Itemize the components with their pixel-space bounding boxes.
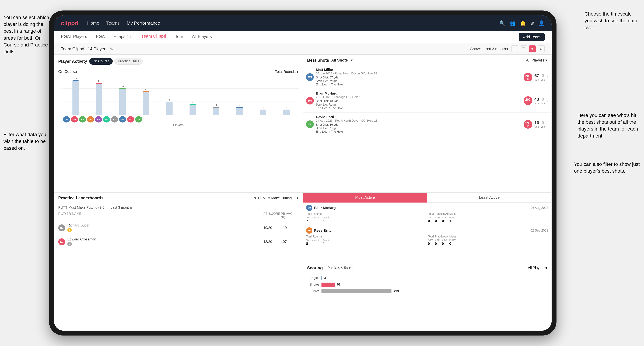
time-select[interactable]: Last 3 months xyxy=(484,47,508,51)
right-bottom-panel: Most Active Least Active BM Blair McHarg… xyxy=(303,192,552,331)
shot-badge-sub: SG xyxy=(526,102,530,104)
shot-player-info: David Ford 24 Aug 2023 · Royal North Dev… xyxy=(316,115,522,134)
rounds-label: Total Rounds xyxy=(306,212,426,215)
putt-label: PUTT xyxy=(449,239,456,242)
metric-label1: yds xyxy=(534,78,539,81)
col-pb-avg: PB AVG SQ xyxy=(281,212,298,219)
rank-badge: 2 xyxy=(68,242,72,246)
metric-val2: 0 xyxy=(542,120,544,125)
shots-dropdown[interactable]: ▾ xyxy=(351,58,352,63)
bar-top xyxy=(260,110,266,110)
tab-pga[interactable]: PGA xyxy=(96,34,105,40)
team-header: Team Clippd | 14 Players ✎ Show: Last 3 … xyxy=(54,43,552,54)
tournament-label: Tournament xyxy=(306,216,319,219)
bar-value-label: 2 xyxy=(286,106,287,109)
view-grid4[interactable]: ⊞ xyxy=(511,45,518,52)
player-avatar: EC xyxy=(127,116,134,123)
leaderboard-filter-label: PUTT Must Make Putting ... xyxy=(253,196,296,200)
bar-group: 13 xyxy=(64,75,87,115)
scoring-bar-row: Birdies 96 xyxy=(307,283,547,287)
bars-area: 13 12 10 9 5 4 3 3 xyxy=(63,75,299,115)
search-icon[interactable]: 🔍 xyxy=(499,20,506,26)
gtt-stat: GTT 0 xyxy=(428,239,433,246)
bar xyxy=(119,88,126,115)
scoring-bar-row: Pars 499 xyxy=(307,289,547,293)
active-name-row: RB Rees Britt xyxy=(306,227,330,234)
bar xyxy=(236,107,243,115)
metric-val2: 0 xyxy=(542,73,544,78)
view-heart[interactable]: ♥ xyxy=(529,45,536,52)
tablet-frame: clippd Home Teams My Performance 🔍 👥 🔔 ⊕… xyxy=(49,10,556,336)
arg-value: 0 xyxy=(442,242,447,246)
par-dropdown[interactable]: Par 3, 4 & 5s ▾ xyxy=(325,265,353,271)
total-rounds-select[interactable]: Total Rounds ▾ xyxy=(275,70,298,74)
rounds-section: Total Rounds Tournament 8 Practice 4 xyxy=(306,235,426,246)
tab-pgat-players[interactable]: PGAT Players xyxy=(61,34,87,40)
scoring-players-dropdown[interactable]: All Players ▾ xyxy=(528,266,547,270)
scoring-bar xyxy=(322,276,322,280)
shot-card[interactable]: MM Matt Miller 09 Jun 2023 · Royal North… xyxy=(303,65,552,89)
tournament-label: Tournament xyxy=(306,239,319,242)
view-sliders[interactable]: ⚙ xyxy=(538,45,544,52)
tab-hcaps[interactable]: Hcaps 1-5 xyxy=(114,34,133,40)
bar xyxy=(143,91,149,115)
scoring-category-label: Eagles xyxy=(307,276,320,280)
tab-most-active[interactable]: Most Active xyxy=(303,193,427,202)
active-avatar: BM xyxy=(306,205,312,211)
bar-group: 3 xyxy=(205,75,227,115)
active-player-card: BM Blair McHarg 26 Aug 2023 Total Rounds… xyxy=(303,202,552,225)
nav-teams[interactable]: Teams xyxy=(106,20,120,26)
col-pb-score: PB SCORE xyxy=(264,212,281,219)
putt-label: PUTT xyxy=(449,216,456,219)
app-label: APP xyxy=(435,239,440,242)
practice-stat: Practice 4 xyxy=(322,239,332,246)
bar-top xyxy=(96,83,102,84)
chevron-down-icon-shots: ▾ xyxy=(545,58,547,63)
active-cards: BM Blair McHarg 26 Aug 2023 Total Rounds… xyxy=(303,202,552,248)
user-circle-icon[interactable]: 👤 xyxy=(538,20,544,26)
gtt-value: 0 xyxy=(428,219,433,223)
bar-group: 3 xyxy=(228,75,251,115)
edit-icon[interactable]: ✎ xyxy=(110,47,113,51)
arg-value: 0 xyxy=(442,219,447,223)
shot-card[interactable]: DF David Ford 24 Aug 2023 · Royal North … xyxy=(303,113,552,136)
bar-group: 2 xyxy=(252,75,274,115)
practice-activities-section: Total Practice Activities GTT 0 APP 0 AR… xyxy=(428,235,548,246)
nav-icons: 🔍 👥 🔔 ⊕ 👤 xyxy=(499,20,544,26)
shot-card[interactable]: BM Blair McHarg 23 Jul 2023 · Ashridge G… xyxy=(303,89,552,113)
scoring-title: Scoring xyxy=(307,265,323,270)
shot-badge: 200 SG xyxy=(524,73,532,81)
bell-icon[interactable]: 🔔 xyxy=(520,20,526,26)
metric-label2: yds xyxy=(541,102,545,105)
par-label: Par 3, 4 & 5s xyxy=(328,266,348,270)
tab-tour[interactable]: Tour xyxy=(175,34,183,40)
add-team-button[interactable]: Add Team xyxy=(519,33,544,41)
leaderboard-filter[interactable]: PUTT Must Make Putting ... ▾ xyxy=(253,196,298,200)
lb-score: 19/20 xyxy=(264,226,281,230)
tab-all-players[interactable]: All Players xyxy=(192,34,212,40)
tab-on-course[interactable]: On Course xyxy=(89,58,113,65)
shot-player-name: David Ford xyxy=(316,115,522,119)
active-card-top: RB Rees Britt 02 Sep 2023 xyxy=(306,227,548,234)
shot-metrics: 67 yds 0 yds xyxy=(534,73,545,81)
bar-value-label: 12 xyxy=(98,80,100,82)
tab-practice-drills[interactable]: Practice Drills xyxy=(114,58,142,65)
putt-value: 1 xyxy=(449,219,456,223)
nav-home[interactable]: Home xyxy=(87,20,99,26)
on-course-label: On Course xyxy=(58,69,77,74)
metric-zero: 0 yds xyxy=(541,120,545,128)
shot-player-meta: 09 Jun 2023 · Royal North Devon GC, Hole… xyxy=(316,72,522,75)
tab-least-active[interactable]: Least Active xyxy=(427,193,552,202)
active-player-card: RB Rees Britt 02 Sep 2023 Total Rounds T… xyxy=(303,225,552,248)
all-players-label: All Players xyxy=(526,58,544,63)
shots-tab-all[interactable]: All Shots xyxy=(331,58,348,63)
all-players-dropdown[interactable]: All Players ▾ xyxy=(526,58,547,63)
view-grid[interactable]: ☰ xyxy=(520,45,527,52)
users-icon[interactable]: 👥 xyxy=(510,20,516,26)
nav-my-performance[interactable]: My Performance xyxy=(127,20,160,26)
leaderboard-panel: Practice Leaderboards PUTT Must Make Put… xyxy=(54,192,303,331)
plus-circle-icon[interactable]: ⊕ xyxy=(530,20,534,26)
tournament-stat: Tournament 8 xyxy=(306,239,319,246)
chevron-down-icon-scoring2: ▾ xyxy=(546,266,547,270)
tab-team-clippd[interactable]: Team Clippd xyxy=(142,34,166,40)
